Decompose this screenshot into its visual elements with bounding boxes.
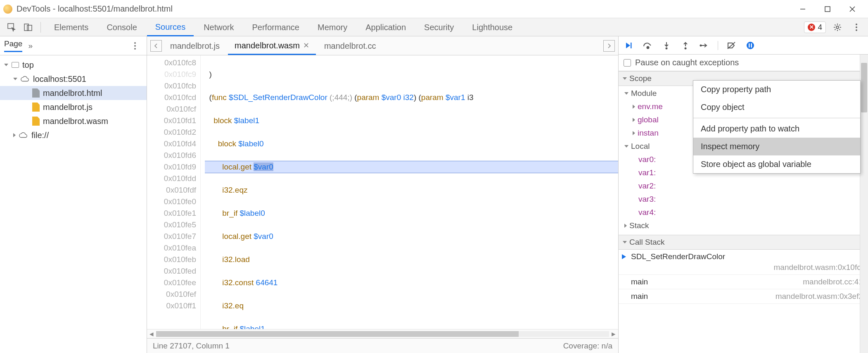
svg-rect-22	[751, 43, 752, 48]
editor-horizontal-scrollbar[interactable]: ◂ ▸	[147, 329, 618, 338]
more-menu-icon[interactable]	[849, 20, 864, 35]
nav-forward-icon[interactable]	[603, 40, 615, 52]
debugger-toolbar	[619, 36, 868, 55]
tree-top-frame[interactable]: top	[0, 58, 147, 72]
callstack-frame[interactable]: main mandelbrot.wasm:0x3ef2	[619, 289, 868, 304]
ctx-add-watch[interactable]: Add property path to watch	[693, 120, 860, 138]
scope-item[interactable]: var2:	[624, 179, 868, 193]
step-out-icon[interactable]	[680, 40, 691, 51]
file-icon	[32, 117, 40, 126]
app-icon	[3, 5, 12, 14]
tab-performance[interactable]: Performance	[244, 19, 308, 36]
navigator-more-icon[interactable]: »	[28, 41, 33, 50]
page-navigator-panel: Page » top localhost:5501 mandelbrot.htm…	[0, 36, 147, 353]
pause-exceptions-icon[interactable]	[745, 40, 756, 51]
window-titlebar: DevTools - localhost:5501/mandelbrot.htm…	[0, 0, 868, 18]
cloud-icon	[21, 76, 30, 82]
editor-tab[interactable]: mandelbrot.wasm✕	[228, 37, 316, 55]
file-icon	[32, 88, 40, 98]
tree-file[interactable]: mandelbrot.js	[0, 100, 147, 114]
error-icon: ✕	[808, 24, 815, 31]
svg-point-8	[856, 24, 857, 25]
frame-location: mandelbrot.cc:41	[803, 277, 863, 286]
scope-item[interactable]: var3:	[624, 193, 868, 206]
step-over-icon[interactable]	[642, 40, 653, 51]
settings-gear-icon[interactable]	[830, 20, 845, 35]
tree-label: file://	[31, 131, 49, 140]
frame-name: main	[631, 277, 648, 286]
close-tab-icon[interactable]: ✕	[303, 41, 309, 50]
ctx-store-global[interactable]: Store object as global variable	[693, 155, 860, 173]
callstack-frame[interactable]: main mandelbrot.cc:41	[619, 275, 868, 289]
pause-on-caught-checkbox[interactable]: Pause on caught exceptions	[619, 55, 868, 71]
tab-console[interactable]: Console	[98, 19, 145, 36]
tree-file[interactable]: mandelbrot.wasm	[0, 114, 147, 128]
cursor-position: Line 27107, Column 1	[153, 341, 230, 351]
scope-item[interactable]: var4:	[624, 206, 868, 219]
svg-point-15	[647, 46, 649, 48]
callstack-body: SDL_SetRenderDrawColor mandelbrot.wasm:0…	[619, 250, 868, 304]
editor-panel: mandelbrot.js mandelbrot.wasm✕ mandelbro…	[147, 36, 619, 353]
frame-name: main	[631, 292, 648, 301]
tree-host[interactable]: localhost:5501	[0, 72, 147, 86]
tree-label: localhost:5501	[33, 74, 86, 84]
editor-gutter: 0x010fc80x010fc90x010fcb0x010fcd0x010fcf…	[147, 55, 201, 329]
tab-application[interactable]: Application	[357, 19, 414, 36]
svg-point-9	[856, 26, 857, 28]
ctx-copy-property-path[interactable]: Copy property path	[693, 81, 860, 98]
frame-icon	[12, 62, 19, 68]
svg-point-16	[666, 47, 668, 49]
tab-sources[interactable]: Sources	[147, 18, 194, 36]
svg-rect-14	[631, 43, 632, 48]
checkbox-icon[interactable]	[624, 59, 631, 67]
editor-tab-label: mandelbrot.wasm	[235, 41, 300, 50]
editor-tab[interactable]: mandelbrot.js	[164, 37, 226, 54]
ctx-inspect-memory[interactable]: Inspect memory	[693, 138, 860, 155]
code-area[interactable]: ) (func $SDL_SetRenderDrawColor (;444;) …	[201, 55, 618, 329]
window-title: DevTools - localhost:5501/mandelbrot.htm…	[17, 4, 790, 14]
svg-point-7	[836, 26, 839, 29]
editor-body[interactable]: 0x010fc80x010fc90x010fcb0x010fcd0x010fcf…	[147, 55, 618, 329]
tab-lighthouse[interactable]: Lighthouse	[464, 19, 521, 36]
devtools-tabs: Elements Console Sources Network Perform…	[0, 18, 868, 36]
context-menu: Copy property path Copy object Add prope…	[693, 80, 861, 174]
scope-stack[interactable]: Stack	[624, 219, 868, 232]
vertical-scrollbar[interactable]	[860, 55, 868, 353]
device-toolbar-icon[interactable]	[21, 20, 36, 35]
navigator-menu-icon[interactable]	[128, 38, 142, 53]
editor-tab[interactable]: mandelbrot.cc	[318, 37, 383, 54]
callstack-frame[interactable]: SDL_SetRenderDrawColor mandelbrot.wasm:0…	[619, 250, 868, 275]
separator	[693, 118, 860, 118]
error-count: 4	[818, 23, 822, 32]
callstack-section-header[interactable]: Call Stack	[619, 235, 868, 250]
deactivate-breakpoints-icon[interactable]	[726, 40, 737, 51]
tree-file-proto[interactable]: file://	[0, 128, 147, 142]
nav-back-icon[interactable]	[150, 40, 162, 52]
navigator-tab-page[interactable]: Page	[4, 39, 22, 52]
checkbox-label: Pause on caught exceptions	[635, 58, 739, 67]
svg-rect-21	[749, 43, 750, 48]
maximize-button[interactable]	[815, 1, 840, 17]
tab-memory[interactable]: Memory	[309, 19, 356, 36]
step-icon[interactable]	[699, 40, 710, 51]
minimize-button[interactable]	[790, 1, 815, 17]
svg-point-20	[747, 42, 754, 49]
tree-label: top	[22, 60, 34, 70]
tree-file[interactable]: mandelbrot.html	[0, 86, 147, 100]
tab-security[interactable]: Security	[416, 19, 462, 36]
file-tree: top localhost:5501 mandelbrot.html mande…	[0, 55, 147, 353]
editor-status-bar: Line 27107, Column 1 Coverage: n/a	[147, 338, 618, 353]
close-button[interactable]	[840, 1, 865, 17]
tab-elements[interactable]: Elements	[46, 19, 97, 36]
error-count-badge[interactable]: ✕ 4	[804, 21, 826, 33]
svg-point-10	[856, 29, 857, 31]
ctx-copy-object[interactable]: Copy object	[693, 98, 860, 116]
coverage-status: Coverage: n/a	[563, 341, 612, 351]
step-into-icon[interactable]	[661, 40, 672, 51]
debugger-panel: Pause on caught exceptions Scope Module …	[619, 36, 868, 353]
editor-tab-label: mandelbrot.cc	[324, 41, 376, 51]
inspect-element-icon[interactable]	[4, 20, 19, 35]
svg-rect-6	[27, 25, 32, 31]
resume-icon[interactable]	[623, 40, 634, 51]
tab-network[interactable]: Network	[195, 19, 242, 36]
